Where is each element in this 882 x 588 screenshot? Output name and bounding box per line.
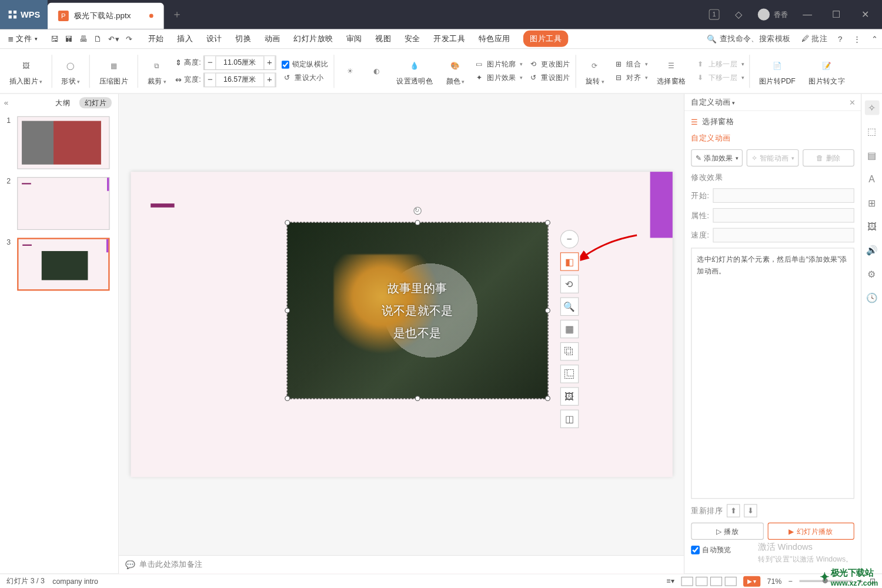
selection-pane-link[interactable]: ☰选择窗格 bbox=[691, 116, 854, 128]
auto-preview-checkbox[interactable]: 自动预览 bbox=[691, 545, 854, 555]
menu-view[interactable]: 视图 bbox=[375, 31, 391, 47]
close-button[interactable]: ✕ bbox=[856, 9, 876, 20]
add-effect-button[interactable]: ✎添加效果▾ bbox=[691, 149, 743, 166]
crop-button[interactable]: ⧉裁剪 bbox=[143, 56, 170, 86]
close-panel-button[interactable]: ✕ bbox=[849, 98, 856, 107]
float-copy-button[interactable]: ⿻ bbox=[560, 342, 578, 360]
more-button[interactable]: ⋮ bbox=[853, 34, 861, 44]
rail-sound-icon[interactable]: 🔊 bbox=[864, 243, 879, 258]
float-crop-button[interactable]: ◧ bbox=[560, 252, 578, 270]
speed-select[interactable] bbox=[713, 228, 854, 243]
slide-thumb-1[interactable] bbox=[17, 116, 109, 169]
menu-special[interactable]: 特色应用 bbox=[479, 31, 510, 47]
rail-property-icon[interactable]: ▤ bbox=[864, 148, 879, 163]
height-decrease[interactable]: − bbox=[204, 56, 216, 69]
collapse-ribbon-button[interactable]: ⌃ bbox=[871, 34, 878, 44]
resize-handle[interactable] bbox=[415, 220, 420, 225]
slide-thumb-3[interactable] bbox=[17, 238, 109, 290]
menu-review[interactable]: 审阅 bbox=[346, 31, 362, 47]
rail-material-icon[interactable]: 🖼 bbox=[864, 219, 879, 234]
rail-style-icon[interactable]: ⬚ bbox=[864, 124, 879, 139]
qa-preview-icon[interactable]: 🗋 bbox=[94, 34, 102, 44]
move-down-button[interactable]: ⬇ bbox=[744, 504, 757, 517]
bring-forward-button[interactable]: ⬆上移一层 bbox=[695, 59, 744, 70]
pic-outline-button[interactable]: ▭图片轮廓 bbox=[474, 59, 523, 70]
rail-tool-icon[interactable]: ⚙ bbox=[864, 267, 879, 282]
menu-design[interactable]: 设计 bbox=[206, 31, 222, 47]
annotate-button[interactable]: 🖉 批注 bbox=[801, 33, 827, 44]
prop-select[interactable] bbox=[713, 208, 854, 223]
resize-handle[interactable] bbox=[415, 396, 420, 401]
notes-toggle[interactable]: ≡▾ bbox=[666, 577, 674, 586]
picture-selection[interactable]: 故事里的事 说不是就不是 是也不是 bbox=[286, 222, 548, 399]
align-button[interactable]: ⊟对齐 bbox=[613, 72, 647, 83]
wps-home-button[interactable]: WPS bbox=[0, 0, 48, 29]
resize-handle[interactable] bbox=[544, 396, 550, 401]
float-effects-button[interactable]: ◫ bbox=[560, 410, 578, 428]
menu-insert[interactable]: 插入 bbox=[177, 31, 193, 47]
search-command[interactable]: 🔍 查找命令、搜索模板 bbox=[707, 33, 791, 44]
to-pdf-button[interactable]: 📄图片转PDF bbox=[755, 56, 799, 86]
slides-tab[interactable]: 幻灯片 bbox=[79, 97, 112, 108]
resize-handle[interactable] bbox=[544, 220, 550, 225]
reset-size-button[interactable]: ↺重设大小 bbox=[282, 72, 329, 82]
qa-redo-icon[interactable]: ↷ bbox=[126, 34, 132, 44]
float-zoom-button[interactable]: 🔍 bbox=[560, 298, 578, 316]
slide-thumb-2[interactable] bbox=[17, 177, 109, 230]
menu-transition[interactable]: 切换 bbox=[235, 31, 251, 47]
resize-handle[interactable] bbox=[285, 220, 290, 225]
pic-effect-button[interactable]: ✦图片效果 bbox=[474, 72, 523, 83]
help-button[interactable]: ? bbox=[838, 34, 843, 44]
height-spinner[interactable]: −11.05厘米+ bbox=[203, 55, 276, 70]
float-collapse-button[interactable]: − bbox=[560, 230, 578, 248]
outline-tab[interactable]: 大纲 bbox=[50, 97, 75, 108]
slide-picture[interactable]: 故事里的事 说不是就不是 是也不是 bbox=[287, 223, 547, 399]
shape-button[interactable]: ◯形状 bbox=[58, 56, 84, 86]
send-backward-button[interactable]: ⬇下移一层 bbox=[695, 72, 744, 83]
selection-pane-button[interactable]: ☰选择窗格 bbox=[653, 56, 690, 86]
compress-button[interactable]: ▦压缩图片 bbox=[95, 56, 132, 86]
rail-history-icon[interactable]: 🕓 bbox=[864, 290, 879, 305]
lock-ratio-checkbox[interactable]: 锁定纵横比 bbox=[282, 59, 329, 69]
color-button[interactable]: 🎨颜色 bbox=[442, 56, 469, 86]
new-tab-button[interactable]: ＋ bbox=[164, 0, 191, 29]
canvas-scroll[interactable]: 故事里的事 说不是就不是 是也不是 − ◧ bbox=[119, 94, 684, 555]
notes-pane[interactable]: 💬 单击此处添加备注 bbox=[119, 555, 684, 573]
to-text-button[interactable]: 📝图片转文字 bbox=[805, 56, 849, 86]
contrast-button[interactable]: ◐ bbox=[366, 65, 387, 78]
document-tab[interactable]: P 极光下载站.pptx bbox=[48, 2, 164, 29]
notification-badge[interactable]: 1 bbox=[709, 9, 720, 20]
qa-undo-icon[interactable]: ↶▾ bbox=[108, 34, 119, 44]
minimize-button[interactable]: — bbox=[797, 9, 817, 20]
play-slideshow-button[interactable]: ▶ ▾ bbox=[743, 576, 760, 586]
maximize-button[interactable]: ☐ bbox=[827, 9, 847, 20]
presenter-view-button[interactable] bbox=[725, 576, 737, 586]
menu-dev[interactable]: 开发工具 bbox=[433, 31, 465, 47]
menu-slideshow[interactable]: 幻灯片放映 bbox=[293, 31, 333, 47]
anim-title[interactable]: 自定义动画 bbox=[691, 96, 734, 108]
collapse-panel-button[interactable]: « bbox=[4, 98, 9, 107]
brightness-button[interactable]: ☀ bbox=[340, 65, 361, 78]
rotate-button[interactable]: ⟳旋转 bbox=[582, 56, 608, 86]
resize-handle[interactable] bbox=[285, 396, 290, 401]
slideshow-button[interactable]: ▶幻灯片播放 bbox=[767, 523, 854, 540]
skin-icon[interactable]: ◇ bbox=[729, 9, 749, 20]
user-chip[interactable]: 香香 bbox=[758, 9, 789, 21]
file-menu[interactable]: ≡ 文件 ▾ bbox=[4, 33, 41, 44]
insert-picture-button[interactable]: 🖼插入图片 bbox=[5, 56, 46, 86]
rail-animation-icon[interactable]: ✧ bbox=[864, 101, 879, 115]
rotate-handle[interactable] bbox=[413, 207, 421, 215]
sorter-view-button[interactable] bbox=[696, 576, 707, 586]
start-select[interactable] bbox=[713, 188, 854, 203]
menu-animation[interactable]: 动画 bbox=[265, 31, 280, 47]
float-fit-button[interactable]: ▦ bbox=[560, 320, 578, 338]
float-replace-button[interactable]: ⟲ bbox=[560, 275, 578, 293]
slide[interactable]: 故事里的事 说不是就不是 是也不是 − ◧ bbox=[131, 172, 672, 477]
change-pic-button[interactable]: ⟲更改图片 bbox=[528, 59, 570, 70]
transparency-button[interactable]: 💧设置透明色 bbox=[392, 56, 436, 86]
normal-view-button[interactable] bbox=[681, 576, 693, 586]
width-decrease[interactable]: − bbox=[204, 73, 216, 86]
move-up-button[interactable]: ⬆ bbox=[727, 504, 740, 517]
smart-anim-button[interactable]: ✧智能动画▾ bbox=[747, 149, 799, 166]
menu-picture-tools[interactable]: 图片工具 bbox=[523, 31, 568, 47]
